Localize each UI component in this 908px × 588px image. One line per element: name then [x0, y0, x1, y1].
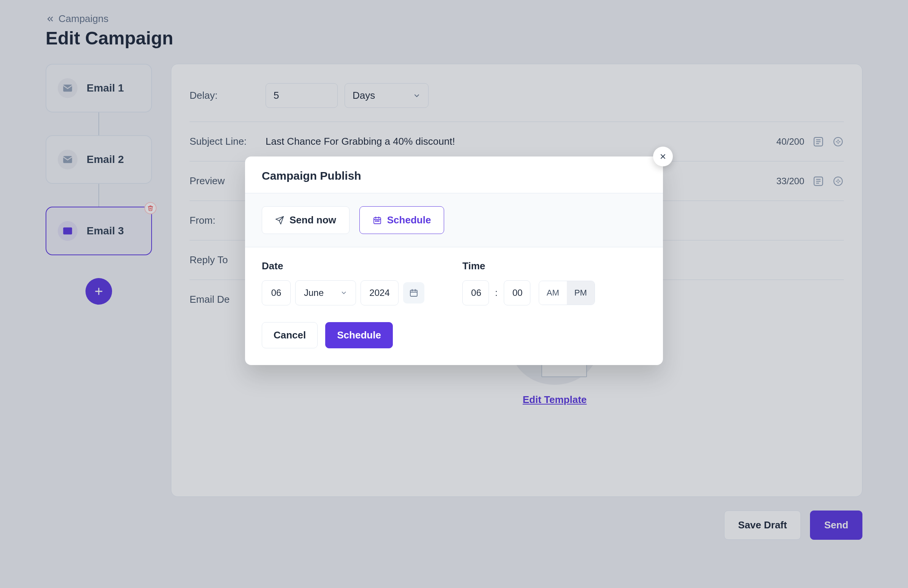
pm-button[interactable]: PM [567, 281, 594, 305]
time-colon: : [494, 288, 499, 298]
time-group: Time 06 : 00 AM PM [462, 260, 595, 305]
modal-body: Date 06 June 2024 [245, 247, 663, 313]
chevron-down-icon [340, 289, 347, 296]
tab-label: Send now [290, 214, 336, 226]
tab-schedule[interactable]: Schedule [359, 206, 444, 234]
date-group: Date 06 June 2024 [262, 260, 424, 305]
svg-point-22 [378, 221, 379, 222]
ampm-toggle: AM PM [539, 281, 595, 305]
modal-close-button[interactable] [653, 147, 673, 166]
date-month-value: June [304, 288, 324, 298]
time-hour-input[interactable]: 06 [462, 280, 489, 305]
date-label: Date [262, 260, 424, 272]
schedule-button[interactable]: Schedule [325, 322, 393, 348]
close-icon [659, 153, 667, 160]
cancel-button[interactable]: Cancel [262, 322, 318, 348]
calendar-icon [409, 288, 418, 297]
calendar-icon [373, 216, 382, 225]
time-minute-input[interactable]: 00 [504, 280, 530, 305]
open-datepicker-button[interactable] [403, 282, 424, 304]
time-label: Time [462, 260, 595, 272]
modal-title: Campaign Publish [262, 169, 646, 182]
svg-point-20 [375, 221, 376, 222]
date-day-input[interactable]: 06 [262, 280, 291, 305]
modal-footer: Cancel Schedule [245, 313, 663, 365]
tab-label: Schedule [387, 214, 431, 226]
date-year-input[interactable]: 2024 [361, 280, 399, 305]
date-month-select[interactable]: June [295, 280, 356, 305]
tab-send-now[interactable]: Send now [262, 206, 349, 234]
modal-overlay[interactable]: Campaign Publish Send now Schedule Date … [0, 0, 908, 588]
publish-modal: Campaign Publish Send now Schedule Date … [245, 156, 663, 365]
svg-point-21 [377, 221, 378, 222]
am-button[interactable]: AM [539, 281, 567, 305]
modal-tabs: Send now Schedule [245, 193, 663, 247]
modal-header: Campaign Publish [245, 156, 663, 193]
svg-rect-23 [410, 290, 417, 296]
send-icon [275, 216, 284, 225]
